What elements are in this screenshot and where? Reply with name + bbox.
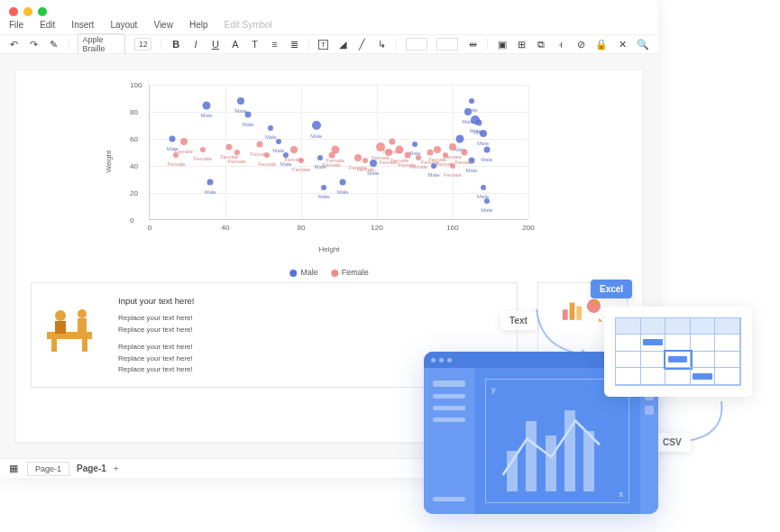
svg-rect-1 (51, 339, 57, 352)
height-input[interactable] (436, 38, 458, 50)
insert-icon[interactable]: ⊞ (517, 38, 528, 50)
fill-icon[interactable]: ◢ (337, 38, 348, 50)
italic-icon[interactable]: I (190, 38, 201, 50)
group-icon[interactable]: ⧉ (537, 38, 547, 50)
disable-icon[interactable]: ⊘ (575, 38, 586, 50)
csv-pill: CSV (654, 433, 691, 452)
text-box-icon[interactable]: T (318, 40, 327, 50)
arrow-icon[interactable]: ↳ (376, 38, 387, 50)
svg-rect-0 (47, 332, 92, 339)
menu-view[interactable]: View (153, 20, 173, 30)
page-label: Page-1 (77, 463, 106, 473)
legend: Male Female (289, 268, 369, 277)
menu-layout[interactable]: Layout (110, 20, 137, 30)
add-page-button[interactable]: + (114, 463, 119, 473)
menubar: FileEditInsertLayoutViewHelpEdit Symbol (9, 20, 272, 30)
image-icon[interactable]: ▣ (497, 38, 508, 50)
line-icon[interactable]: ╱ (357, 38, 368, 50)
excel-pill: Excel (591, 280, 632, 298)
svg-rect-4 (55, 321, 66, 334)
align-center-icon[interactable]: ≣ (289, 38, 299, 50)
data-sources-illustration: Excel Text CSV y x (415, 261, 775, 532)
redo-icon[interactable]: ↷ (29, 38, 40, 50)
close-window-icon[interactable] (9, 7, 18, 16)
svg-rect-6 (78, 318, 87, 333)
format-painter-icon[interactable]: ✎ (49, 38, 60, 50)
bold-icon[interactable]: B (170, 38, 181, 50)
lock-icon[interactable]: 🔒 (595, 38, 608, 50)
align-left-icon[interactable]: ≡ (270, 38, 280, 50)
desk-people-icon (42, 294, 106, 357)
tools-icon[interactable]: ✕ (617, 38, 628, 50)
card-text: Input your text here!Replace your text h… (118, 294, 195, 376)
menu-file[interactable]: File (9, 20, 23, 30)
minimize-window-icon[interactable] (23, 7, 32, 16)
text-pill: Text (500, 311, 537, 330)
menu-edit-symbol[interactable]: Edit Symbol (224, 20, 271, 30)
font-select[interactable]: Apple Braille (78, 33, 125, 55)
maximize-window-icon[interactable] (38, 7, 47, 16)
font-color-icon[interactable]: A (230, 38, 241, 50)
text-size-icon[interactable]: T (250, 38, 261, 50)
spacing-icon[interactable]: ⇹ (467, 38, 478, 50)
font-size-input[interactable]: 12 (134, 38, 151, 50)
width-input[interactable] (406, 38, 427, 50)
menu-edit[interactable]: Edit (40, 20, 55, 30)
undo-icon[interactable]: ↶ (9, 38, 20, 50)
pages-icon[interactable]: ▦ (7, 463, 20, 475)
search-icon[interactable]: 🔍 (637, 38, 649, 50)
toolbar: ↶ ↷ ✎ Apple Braille 12 B I U A T ≡ ≣ T ◢… (0, 34, 658, 54)
align-icon[interactable]: ⫞ (555, 38, 566, 50)
y-axis-label: Weight (105, 150, 113, 172)
svg-point-5 (78, 309, 87, 318)
x-axis-label: Height (318, 245, 339, 253)
menu-help[interactable]: Help (189, 20, 208, 30)
menu-insert[interactable]: Insert (71, 20, 94, 30)
scatter-chart[interactable]: Weight 02040608010004080120160200MaleMal… (122, 85, 537, 252)
underline-icon[interactable]: U (210, 38, 221, 50)
window-controls (9, 7, 47, 16)
page-tab[interactable]: Page-1 (27, 462, 69, 476)
svg-point-3 (55, 310, 66, 321)
spreadsheet-mock (604, 307, 752, 397)
svg-rect-2 (82, 339, 87, 352)
